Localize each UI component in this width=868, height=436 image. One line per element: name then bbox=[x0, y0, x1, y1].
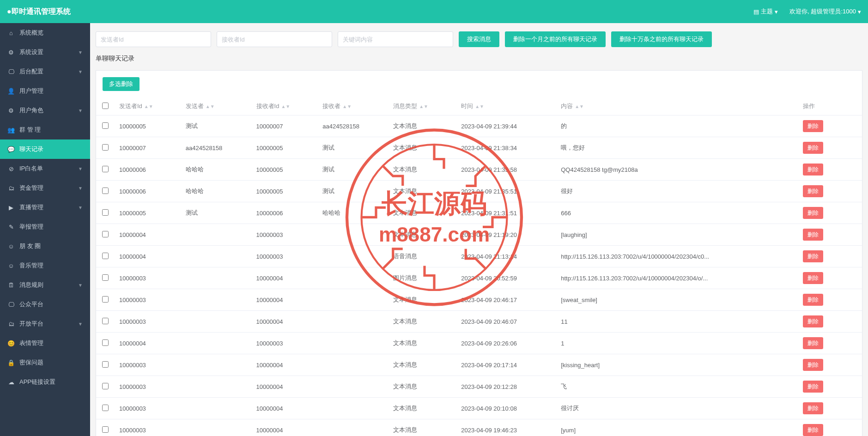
row-delete-button[interactable]: 删除 bbox=[803, 142, 823, 154]
nav-label: 朋 友 圈 bbox=[19, 242, 41, 250]
sidebar-item-13[interactable]: 🗓消息规则▼ bbox=[0, 275, 90, 295]
cell-receiver-id: 10000004 bbox=[252, 376, 318, 398]
row-checkbox[interactable] bbox=[102, 318, 109, 324]
keyword-input[interactable] bbox=[338, 31, 453, 47]
cell-sender-id: 10000003 bbox=[115, 311, 181, 333]
table-row: 10000005 测试 10000006 哈哈哈 文本消息 2023-04-09… bbox=[96, 202, 862, 224]
sort-icon[interactable]: ▲▼ bbox=[342, 105, 352, 108]
cell-receiver-id: 10000007 bbox=[252, 115, 318, 137]
row-checkbox[interactable] bbox=[102, 122, 109, 129]
cell-receiver bbox=[318, 354, 388, 376]
cell-time: 2023-04-09 19:46:23 bbox=[456, 419, 556, 436]
receiver-id-input[interactable] bbox=[217, 31, 332, 47]
sort-icon[interactable]: ▲▼ bbox=[206, 105, 215, 108]
sort-icon[interactable]: ▲▼ bbox=[144, 105, 153, 108]
row-checkbox[interactable] bbox=[102, 209, 109, 216]
row-checkbox[interactable] bbox=[102, 383, 109, 389]
user-menu[interactable]: 欢迎你, 超级管理员:1000 ▾ bbox=[789, 7, 861, 16]
sort-icon[interactable]: ▲▼ bbox=[475, 105, 484, 108]
row-delete-button[interactable]: 删除 bbox=[803, 381, 823, 393]
row-checkbox[interactable] bbox=[102, 361, 109, 368]
row-checkbox[interactable] bbox=[102, 231, 109, 237]
cell-time: 2023-04-09 21:35:51 bbox=[456, 181, 556, 202]
sort-icon[interactable]: ▲▼ bbox=[575, 105, 584, 108]
sidebar-item-0[interactable]: ⌂系统概览 bbox=[0, 23, 90, 42]
row-delete-button[interactable]: 删除 bbox=[803, 315, 823, 327]
row-checkbox[interactable] bbox=[102, 339, 109, 346]
table-row: 10000003 10000004 文本消息 2023-04-09 20:17:… bbox=[96, 354, 862, 376]
bulk-delete-button[interactable]: 多选删除 bbox=[103, 77, 140, 91]
sidebar-item-18[interactable]: ☁APP链接设置 bbox=[0, 372, 90, 392]
cell-sender-id: 10000004 bbox=[115, 333, 181, 354]
row-delete-button[interactable]: 删除 bbox=[803, 164, 823, 176]
sidebar-item-8[interactable]: 🗂资金管理▼ bbox=[0, 178, 90, 198]
cell-receiver-id: 10000004 bbox=[252, 398, 318, 419]
sidebar-item-2[interactable]: 🖵后台配置▼ bbox=[0, 62, 90, 81]
row-delete-button[interactable]: 删除 bbox=[803, 359, 823, 371]
row-delete-button[interactable]: 删除 bbox=[803, 424, 823, 436]
row-checkbox[interactable] bbox=[102, 274, 109, 281]
table-row: 10000004 10000003 文本消息 2023-04-09 21:19:… bbox=[96, 224, 862, 246]
row-checkbox[interactable] bbox=[102, 144, 109, 151]
row-delete-button[interactable]: 删除 bbox=[803, 402, 823, 414]
row-checkbox[interactable] bbox=[102, 188, 109, 194]
delete-100k-button[interactable]: 删除十万条之前的所有聊天记录 bbox=[611, 31, 712, 47]
table-row: 10000007 aa424528158 10000005 测试 文本消息 20… bbox=[96, 137, 862, 159]
sidebar-item-3[interactable]: 👤用户管理 bbox=[0, 81, 90, 101]
sidebar-item-12[interactable]: ☺音乐管理 bbox=[0, 256, 90, 275]
sidebar-item-9[interactable]: ▶直播管理▼ bbox=[0, 198, 90, 217]
chat-table: 发送者Id▲▼ 发送者▲▼ 接收者Id▲▼ 接收者▲▼ 消息类型▲▼ 时间▲▼ … bbox=[96, 97, 862, 436]
cell-msg-type: 文本消息 bbox=[388, 289, 456, 311]
row-delete-button[interactable]: 删除 bbox=[803, 272, 823, 284]
cell-content: http://115.126.113.203:7002/u/4/10000004… bbox=[556, 246, 798, 267]
cell-receiver-id: 10000003 bbox=[252, 224, 318, 246]
sort-icon[interactable]: ▲▼ bbox=[419, 105, 428, 108]
table-row: 10000003 10000004 文本消息 2023-04-09 20:12:… bbox=[96, 376, 862, 398]
chevron-down-icon: ▼ bbox=[78, 166, 83, 171]
cell-msg-type: 图片消息 bbox=[388, 267, 456, 289]
sidebar-item-6[interactable]: 💬聊天记录 bbox=[0, 139, 90, 159]
row-checkbox[interactable] bbox=[102, 253, 109, 259]
sort-icon[interactable]: ▲▼ bbox=[281, 105, 290, 108]
row-delete-button[interactable]: 删除 bbox=[803, 229, 823, 241]
sidebar-item-5[interactable]: 👥群 管 理 bbox=[0, 120, 90, 139]
sender-id-input[interactable] bbox=[96, 31, 211, 47]
nav-icon: ⚙ bbox=[7, 107, 15, 114]
row-delete-button[interactable]: 删除 bbox=[803, 250, 823, 262]
sidebar-item-14[interactable]: 🖵公众平台 bbox=[0, 295, 90, 314]
row-delete-button[interactable]: 删除 bbox=[803, 185, 823, 197]
cell-receiver-id: 10000005 bbox=[252, 159, 318, 181]
row-checkbox[interactable] bbox=[102, 296, 109, 303]
nav-icon: ☺ bbox=[7, 243, 15, 250]
cell-msg-type: 文本消息 bbox=[388, 333, 456, 354]
sidebar-item-1[interactable]: ⚙系统设置▼ bbox=[0, 42, 90, 62]
sidebar-item-4[interactable]: ⚙用户角色▼ bbox=[0, 101, 90, 120]
cell-time: 2023-04-09 21:35:58 bbox=[456, 159, 556, 181]
delete-month-button[interactable]: 删除一个月之前的所有聊天记录 bbox=[505, 31, 606, 47]
cell-msg-type: 文本消息 bbox=[388, 354, 456, 376]
chevron-down-icon: ▼ bbox=[78, 205, 83, 210]
select-all-checkbox[interactable] bbox=[102, 103, 109, 109]
row-checkbox[interactable] bbox=[102, 426, 109, 433]
cell-sender bbox=[181, 289, 252, 311]
table-row: 10000003 10000004 文本消息 2023-04-09 19:46:… bbox=[96, 419, 862, 436]
search-button[interactable]: 搜索消息 bbox=[459, 31, 499, 47]
cell-receiver bbox=[318, 376, 388, 398]
row-delete-button[interactable]: 删除 bbox=[803, 120, 823, 132]
sidebar-item-17[interactable]: 🔒密保问题 bbox=[0, 353, 90, 372]
row-delete-button[interactable]: 删除 bbox=[803, 207, 823, 219]
nav-icon: 👥 bbox=[7, 127, 15, 133]
theme-switcher[interactable]: ▤ 主题 ▾ bbox=[753, 7, 778, 16]
row-delete-button[interactable]: 删除 bbox=[803, 337, 823, 349]
row-checkbox[interactable] bbox=[102, 405, 109, 411]
row-delete-button[interactable]: 删除 bbox=[803, 294, 823, 306]
sidebar-item-11[interactable]: ☺朋 友 圈 bbox=[0, 236, 90, 256]
sidebar-item-15[interactable]: 🗂开放平台▼ bbox=[0, 314, 90, 333]
sidebar-item-10[interactable]: ✎举报管理 bbox=[0, 217, 90, 236]
sidebar-item-7[interactable]: ⊘IP白名单▼ bbox=[0, 159, 90, 178]
table-row: 10000004 10000003 文本消息 2023-04-09 20:26:… bbox=[96, 333, 862, 354]
cell-receiver-id: 10000003 bbox=[252, 333, 318, 354]
nav-icon: 🖵 bbox=[7, 301, 15, 308]
sidebar-item-16[interactable]: 😊表情管理 bbox=[0, 333, 90, 353]
row-checkbox[interactable] bbox=[102, 166, 109, 172]
